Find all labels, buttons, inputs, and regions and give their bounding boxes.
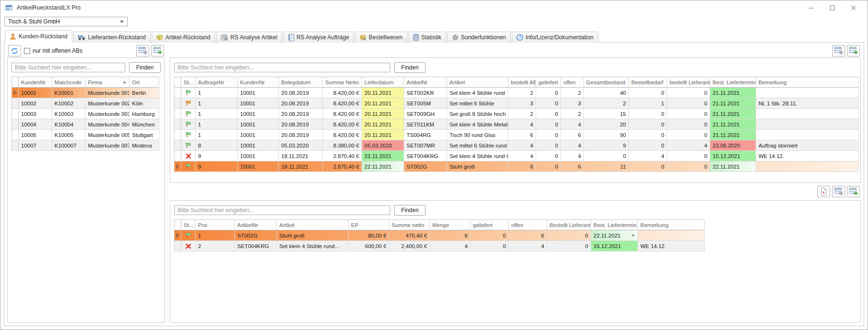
cell-value: 21.11.2021 bbox=[713, 111, 740, 117]
cell-value: 6 bbox=[578, 164, 581, 170]
tab-bestellwesen[interactable]: Bestellwesen bbox=[355, 32, 407, 43]
tab-kunden-rückstand[interactable]: Kunden-Rückstand bbox=[5, 30, 72, 43]
column-header-firma[interactable]: Firma bbox=[86, 77, 130, 87]
column-header-auftragsnr[interactable]: AuftragsNr bbox=[196, 77, 238, 87]
tab-artikel-rückstand[interactable]: Artikel-Rückstand bbox=[152, 32, 215, 43]
cell-offen: 3 bbox=[561, 98, 584, 108]
column-header-artikel[interactable]: Artikel bbox=[447, 77, 508, 87]
cell-value: 0 bbox=[555, 143, 558, 148]
table-settings-button[interactable] bbox=[136, 45, 149, 57]
table-row[interactable]: 11000120.08.20198.420,00 €20.11.2021SET0… bbox=[175, 119, 859, 130]
table-row[interactable]: 1ST002GStuhl groß80,00 €470,40 €606022.1… bbox=[175, 230, 705, 241]
table-row[interactable]: 11000120.08.20198.420,00 €20.11.2021TS00… bbox=[175, 130, 859, 140]
table-row[interactable]: 10004K10004Musterkunde 004München bbox=[12, 119, 159, 130]
column-header-gesamtbestand[interactable]: Gesamtbestand bbox=[584, 77, 629, 87]
column-header-bemerkung[interactable]: Bemerkung bbox=[756, 77, 859, 87]
maximize-button[interactable] bbox=[822, 1, 843, 14]
column-header-bestellbedarf[interactable]: Bestellbedarf bbox=[629, 77, 667, 87]
tab-info-lizenz-dokumentation[interactable]: ?Info/Lizenz/Dokumentation bbox=[512, 32, 598, 43]
column-header-pos[interactable]: Pos bbox=[196, 220, 235, 230]
cell-artikel: Stuhl groß bbox=[447, 161, 508, 171]
table-settings-button[interactable] bbox=[832, 45, 845, 57]
column-header-artikelnr[interactable]: ArtikelNr bbox=[235, 220, 277, 230]
refresh-button[interactable] bbox=[8, 45, 21, 57]
table-row[interactable]: 11000120.08.20198.420,00 €20.11.2021SET0… bbox=[175, 109, 859, 119]
column-header-geliefert[interactable]: geliefert bbox=[471, 220, 509, 230]
status-cell bbox=[181, 88, 196, 98]
column-header-artikelnr[interactable]: ArtikelNr bbox=[404, 77, 447, 87]
table-row[interactable]: 10002K10002Musterkunde 002Köln bbox=[12, 98, 159, 109]
tab-rs-analyse-artikel[interactable]: RS Analyse Artikel bbox=[216, 32, 282, 43]
column-header-ep[interactable]: EP bbox=[349, 220, 389, 230]
orders-find-button[interactable]: Finden bbox=[394, 62, 426, 73]
column-header-kundennr[interactable]: KundenNr bbox=[19, 77, 52, 87]
app-title: ArtikelRueckstandLX Pro bbox=[17, 4, 80, 11]
column-header-best_liefertermin[interactable]: Best. Liefertermin bbox=[591, 220, 638, 230]
app-window: ArtikelRueckstandLX Pro Tisch & Stuhl Gm… bbox=[0, 0, 868, 330]
column-header-summe_netto[interactable]: Summe Netto bbox=[323, 77, 362, 87]
table-row[interactable]: 11000120.08.20198.420,00 €20.11.2021SET0… bbox=[175, 88, 859, 98]
tab-label: Artikel-Rückstand bbox=[165, 34, 210, 41]
table-settings-button[interactable] bbox=[832, 186, 845, 197]
positions-search-input[interactable] bbox=[174, 205, 390, 215]
status-cell bbox=[181, 140, 196, 150]
table-row[interactable]: 2SET004KRGSet klein 4 Stühle rund...600,… bbox=[175, 241, 705, 251]
column-header-bestellt_lieferant[interactable]: Bestellt Lieferant bbox=[547, 220, 591, 230]
column-header-best_liefertermin[interactable]: Best. Liefertermin bbox=[710, 77, 756, 87]
orders-search-input[interactable] bbox=[174, 63, 390, 72]
table-row[interactable]: 10007K100007Musterkunde 007Modena bbox=[12, 140, 159, 151]
tab-lieferanten-rückstand[interactable]: Lieferanten-Rückstand bbox=[73, 32, 151, 43]
table-row[interactable]: 91000118.11.20212.870,40 €22.11.2021SET0… bbox=[175, 151, 859, 161]
flag-green-icon bbox=[185, 142, 191, 148]
pdf-button[interactable] bbox=[817, 186, 830, 197]
checkbox-unchecked[interactable] bbox=[24, 48, 30, 54]
cell-bestellbedarf: 4 bbox=[629, 151, 667, 161]
table-row[interactable]: 10001K10001Musterkunde 001Berlin bbox=[12, 88, 159, 98]
column-header-lieferdatum[interactable]: Lieferdatum bbox=[362, 77, 404, 87]
cell-bestellbedarf: 0 bbox=[629, 161, 667, 171]
column-header-bemerkung[interactable]: Bemerkung bbox=[638, 220, 705, 230]
table-export-button[interactable] bbox=[847, 186, 860, 197]
column-header-status[interactable]: St... bbox=[181, 77, 196, 87]
customers-find-button[interactable]: Finden bbox=[129, 62, 161, 73]
cell-artikel: Set mittel 6 Stühle bbox=[447, 98, 508, 108]
cell-lieferdatum: 22.11.2021 bbox=[362, 151, 404, 161]
column-header-belegdatum[interactable]: Belegdatum bbox=[279, 77, 323, 87]
column-header-artikel[interactable]: Artikel bbox=[277, 220, 349, 230]
table-row[interactable]: 11000120.08.20198.420,00 €20.11.2021SET0… bbox=[175, 98, 859, 109]
table-row[interactable]: 91000118.11.20212.870,40 €22.11.2021ST00… bbox=[175, 161, 859, 172]
customers-search-input[interactable] bbox=[11, 63, 125, 72]
cell-value: Tisch 90 rund Glas bbox=[450, 132, 495, 138]
tab-sonderfunktionen[interactable]: Sonderfunktionen bbox=[447, 32, 511, 43]
column-header-label: Bemerkung bbox=[758, 80, 787, 85]
table-export-button[interactable] bbox=[151, 45, 164, 57]
cell-value: 9 bbox=[623, 143, 626, 148]
row-selector bbox=[175, 140, 181, 150]
column-header-offen[interactable]: offen bbox=[509, 220, 547, 230]
tab-rs-analyse-aufträge[interactable]: RS Analyse Aufträge bbox=[283, 32, 354, 43]
column-header-bestellt_lieferant[interactable]: bestellt Lieferant bbox=[667, 77, 710, 87]
chevron-down-icon bbox=[629, 234, 635, 237]
table-row[interactable]: 10003K10003Musterkunde 003Hamburg bbox=[12, 109, 159, 119]
open-abs-filter[interactable]: nur mit offenen ABs bbox=[24, 47, 83, 54]
company-select[interactable]: Tisch & Stuhl GmbH bbox=[4, 17, 128, 26]
column-header-bestellt_ab[interactable]: bestellt AB bbox=[508, 77, 536, 87]
table-row[interactable]: 81000105.03.20208.380,00 €05.03.2020SET0… bbox=[175, 140, 859, 151]
column-header-kundennr[interactable]: KundenNr bbox=[238, 77, 279, 87]
cell-summe_netto: 8.420,00 € bbox=[323, 98, 362, 108]
cell-artikel: Set groß 8 Stühle hoch bbox=[447, 109, 508, 119]
close-button[interactable] bbox=[843, 1, 864, 14]
column-header-matchcode[interactable]: Matchcode bbox=[52, 77, 86, 87]
table-row[interactable]: 10005K10005Musterkunde 005Stuttgart bbox=[12, 130, 159, 140]
column-header-menge[interactable]: Menge bbox=[430, 220, 471, 230]
column-header-status[interactable]: St... bbox=[181, 220, 196, 230]
minimize-button[interactable] bbox=[801, 1, 822, 14]
column-header-ort[interactable]: Ort bbox=[130, 77, 159, 87]
column-header-offen[interactable]: offen bbox=[561, 77, 584, 87]
column-header-label: Best. Liefertermin bbox=[713, 80, 756, 85]
table-export-button[interactable] bbox=[847, 45, 860, 57]
column-header-summe_netto[interactable]: Summe netto bbox=[389, 220, 430, 230]
column-header-geliefert[interactable]: geliefert bbox=[536, 77, 561, 87]
positions-find-button[interactable]: Finden bbox=[394, 205, 426, 216]
tab-statistik[interactable]: Statistik bbox=[408, 32, 446, 43]
